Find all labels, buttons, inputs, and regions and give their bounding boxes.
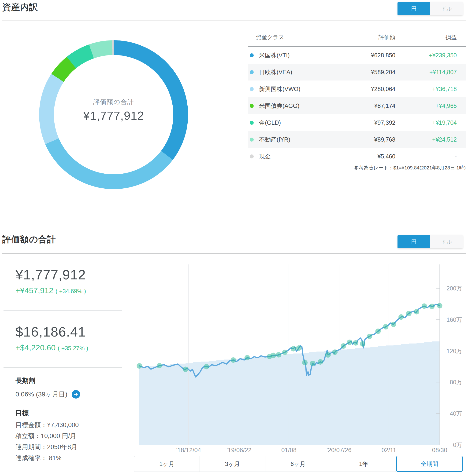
col-profit: 損益 bbox=[395, 33, 466, 41]
range-button-3months[interactable]: 3ヶ月 bbox=[200, 456, 265, 472]
deposit-marker-dot bbox=[325, 352, 331, 358]
goal-probability: 達成確率： 81% bbox=[15, 454, 62, 462]
deposit-marker-dot bbox=[376, 329, 381, 334]
assets-section-title: 資産内訳 bbox=[2, 1, 38, 13]
asset-gain: +¥24,512 bbox=[395, 136, 466, 143]
deposit-marker-dot bbox=[271, 353, 276, 358]
gain-percent-usd: ( +35.27% ) bbox=[58, 345, 88, 351]
x-axis-label: 08/30 bbox=[432, 447, 447, 454]
x-axis-label: '19/06/22 bbox=[227, 447, 251, 454]
deposit-marker-dot bbox=[245, 355, 250, 360]
asset-label: 金(GLD) bbox=[256, 119, 330, 126]
asset-gain: +¥239,350 bbox=[395, 52, 466, 59]
y-axis-label: 40万 bbox=[450, 410, 462, 417]
deposit-marker-dot bbox=[398, 314, 404, 320]
deposit-marker-dot bbox=[406, 311, 411, 316]
deposit-marker-dot bbox=[341, 343, 346, 349]
asset-valuation: ¥628,850 bbox=[330, 52, 395, 59]
goal-target-amount: 目標金額：¥7,430,000 bbox=[15, 421, 79, 429]
x-axis-label: 01/08 bbox=[281, 447, 296, 454]
history-chart[interactable]: '18/12/04'19/06/2201/08'20/07/2602/1108/… bbox=[131, 257, 468, 476]
stats-divider-1 bbox=[3, 310, 122, 310]
deposit-marker-dot bbox=[183, 366, 188, 372]
deposit-marker-dot bbox=[296, 345, 301, 351]
total-value-yen: ¥1,777,912 bbox=[15, 267, 86, 282]
table-row-vti: 米国株(VTI) ¥628,850 +¥239,350 bbox=[248, 47, 466, 64]
table-row-cash: 現金 ¥5,460 - bbox=[248, 148, 466, 165]
asset-color-dot bbox=[250, 104, 254, 108]
x-axis-label: 02/11 bbox=[381, 447, 396, 454]
asset-label: 米国債券(AGG) bbox=[256, 102, 330, 110]
asset-gain: +¥36,718 bbox=[395, 86, 466, 92]
total-gain-usd: +$4,220.60 ( +35.27% ) bbox=[15, 343, 88, 352]
portfolio-dashboard: 資産内訳 円 ドル 評価額の合計 ¥1,777,912 資産クラス 評価額 損益… bbox=[0, 0, 468, 476]
deposit-marker-dot bbox=[282, 350, 288, 355]
asset-color-dot bbox=[250, 70, 254, 74]
asset-gain: +¥19,704 bbox=[395, 119, 466, 126]
deposit-marker-dot bbox=[383, 324, 388, 330]
deposit-marker-dot bbox=[204, 364, 209, 369]
total-section-divider bbox=[2, 253, 466, 253]
longterm-discount-row: 0.06% (39ヶ月目) ➔ bbox=[15, 390, 80, 399]
deposit-marker-dot bbox=[137, 363, 142, 369]
deposit-marker-dot bbox=[391, 322, 396, 327]
range-button-all[interactable]: 全期間 bbox=[396, 456, 463, 472]
arrow-right-icon: ➔ bbox=[73, 391, 78, 397]
y-axis-label: 200万 bbox=[446, 285, 462, 292]
asset-label: 米国株(VTI) bbox=[256, 52, 330, 59]
currency-toggle-assets: 円 ドル bbox=[397, 2, 463, 15]
deposit-marker-dot bbox=[231, 357, 236, 363]
toggle-dollar-button[interactable]: ドル bbox=[430, 235, 463, 248]
table-row-agg: 米国債券(AGG) ¥87,174 +¥4,965 bbox=[248, 97, 466, 114]
deposit-marker-dot bbox=[347, 340, 352, 345]
longterm-discount-value: 0.06% (39ヶ月目) bbox=[15, 390, 67, 399]
deposit-marker-dot bbox=[291, 346, 296, 351]
asset-table: 資産クラス 評価額 損益 米国株(VTI) ¥628,850 +¥239,350… bbox=[248, 28, 466, 165]
y-axis-label: 0万 bbox=[453, 442, 462, 448]
goal-monthly-deposit: 積立額：10,000 円/月 bbox=[15, 432, 76, 440]
asset-color-dot bbox=[250, 87, 254, 91]
stats-divider-3 bbox=[3, 471, 112, 471]
asset-label: 新興国株(VWO) bbox=[256, 85, 330, 93]
toggle-dollar-button[interactable]: ドル bbox=[430, 2, 463, 15]
asset-valuation: ¥5,460 bbox=[330, 153, 395, 160]
y-axis-label: 80万 bbox=[450, 379, 462, 385]
donut-center-text: 評価額の合計 ¥1,777,912 bbox=[39, 98, 188, 123]
donut-center-value: ¥1,777,912 bbox=[39, 109, 188, 123]
deposit-marker-dot bbox=[437, 303, 442, 308]
asset-color-dot bbox=[250, 154, 254, 158]
x-axis-label: '18/12/04 bbox=[176, 447, 201, 454]
y-axis-label: 120万 bbox=[446, 348, 462, 354]
range-button-1month[interactable]: 1ヶ月 bbox=[134, 456, 200, 472]
longterm-detail-button[interactable]: ➔ bbox=[72, 390, 80, 399]
range-button-group: 1ヶ月 3ヶ月 6ヶ月 1年 全期間 bbox=[134, 456, 463, 472]
range-button-6months[interactable]: 6ヶ月 bbox=[265, 456, 331, 472]
fx-rate-note: 参考為替レート：$1=¥109.84(2021年8月28日 1時) bbox=[354, 165, 466, 171]
assets-section-divider bbox=[2, 21, 466, 21]
table-row-vea: 日欧株(VEA) ¥589,204 +¥114,807 bbox=[248, 64, 466, 81]
range-button-1year[interactable]: 1年 bbox=[331, 456, 396, 472]
x-axis-label: '20/07/26 bbox=[326, 447, 351, 454]
toggle-yen-button[interactable]: 円 bbox=[397, 2, 430, 15]
total-gain-yen: +¥457,912 ( +34.69% ) bbox=[15, 286, 86, 295]
table-row-iyr: 不動産(IYR) ¥89,768 +¥24,512 bbox=[248, 131, 466, 148]
deposit-marker-dot bbox=[422, 303, 427, 309]
toggle-yen-button[interactable]: 円 bbox=[397, 235, 430, 248]
asset-gain: +¥4,965 bbox=[395, 102, 466, 109]
total-value-usd: $16,186.41 bbox=[15, 324, 86, 340]
asset-color-dot bbox=[250, 121, 254, 125]
asset-valuation: ¥97,392 bbox=[330, 119, 395, 126]
asset-table-rows: 米国株(VTI) ¥628,850 +¥239,350 日欧株(VEA) ¥58… bbox=[248, 47, 466, 165]
col-asset-class: 資産クラス bbox=[256, 33, 330, 41]
goal-title: 目標 bbox=[15, 409, 29, 418]
gain-amount-yen: +¥457,912 bbox=[15, 286, 53, 295]
y-axis-label: 160万 bbox=[446, 316, 462, 323]
gain-percent-yen: ( +34.69% ) bbox=[56, 288, 86, 294]
deposit-marker-dot bbox=[353, 340, 358, 346]
col-valuation: 評価額 bbox=[330, 33, 395, 41]
asset-color-dot bbox=[250, 53, 254, 57]
deposit-marker-dot bbox=[332, 350, 337, 355]
asset-valuation: ¥89,768 bbox=[330, 136, 395, 143]
deposit-marker-dot bbox=[302, 360, 307, 365]
gain-amount-usd: +$4,220.60 bbox=[15, 343, 56, 352]
